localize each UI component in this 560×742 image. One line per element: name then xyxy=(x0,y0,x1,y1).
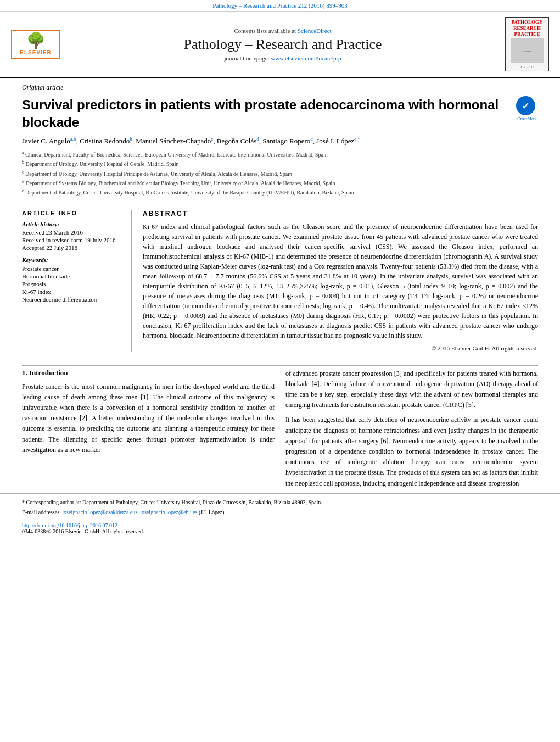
authors-line: Javier C. Anguloa,b, Cristina Redondob, … xyxy=(22,136,538,146)
sciencedirect-link[interactable]: ScienceDirect xyxy=(298,27,332,34)
crossmark-label: CrossMark xyxy=(516,116,538,121)
history-label: Article history: xyxy=(22,221,123,227)
affiliation-d: d Department of Systems Biology, Biochem… xyxy=(22,178,538,187)
doi-link[interactable]: http://dx.doi.org/10.1016/j.prp.2016.07.… xyxy=(22,522,117,528)
keywords-label: Keywords: xyxy=(22,256,123,263)
journal-title: Pathology – Research and Practice xyxy=(71,36,494,53)
elsevier-logo: 🌳 ELSEVIER xyxy=(11,30,60,59)
homepage-line: journal homepage: www.elsevier.com/locat… xyxy=(71,55,494,62)
email-line: E-mail addresses: joseignacio.lopez@osak… xyxy=(22,508,538,516)
article-history: Article history: Received 23 March 2016 … xyxy=(22,221,123,251)
issn-text: 0344-0338/© 2016 Elsevier GmbH. All righ… xyxy=(22,528,144,534)
keyword-3: Prognosis xyxy=(22,281,123,287)
journal-header-center: Contents lists available at ScienceDirec… xyxy=(71,27,494,62)
copyright-notice: © 2016 Elsevier GmbH. All rights reserve… xyxy=(143,345,538,352)
article-title-row: Survival predictors in patients with pro… xyxy=(22,96,538,130)
affiliations: a Clinical Department, Faculty of Biomed… xyxy=(22,150,538,197)
article-type: Original article xyxy=(22,83,538,92)
homepage-link[interactable]: www.elsevier.com/locate/prp xyxy=(271,55,341,62)
abstract-column: ABSTRACT Ki-67 index and clinical-pathol… xyxy=(143,210,538,352)
body-right-column: of advanced prostate cancer progression … xyxy=(285,369,538,493)
received-date: Received 23 March 2016 xyxy=(22,229,123,236)
homepage-text: journal homepage: xyxy=(224,55,271,62)
email-1[interactable]: joseignacio.lopez@osakidetza.eus xyxy=(62,509,137,515)
email-suffix: (J.I. López). xyxy=(199,509,226,515)
homepage-url: www.elsevier.com/locate/prp xyxy=(271,55,341,62)
doi-section: http://dx.doi.org/10.1016/j.prp.2016.07.… xyxy=(0,521,560,536)
intro-paragraph-right-2: It has been suggested that early detecti… xyxy=(285,415,538,488)
affiliation-c: c Department of Urology, University Hosp… xyxy=(22,169,538,178)
keyword-1: Prostate cancer xyxy=(22,265,123,272)
info-abstract-columns: ARTICLE INFO Article history: Received 2… xyxy=(22,204,538,352)
journal-citation-bar: Pathology – Research and Practice 212 (2… xyxy=(0,0,560,12)
sciencedirect-label: ScienceDirect xyxy=(298,27,332,34)
keyword-2: Hormonal blockade xyxy=(22,273,123,280)
tree-icon: 🌳 xyxy=(14,33,57,48)
doi-text: http://dx.doi.org/10.1016/j.prp.2016.07.… xyxy=(22,522,117,528)
abstract-text: Ki-67 index and clinical-pathological fa… xyxy=(143,222,538,341)
article-info-heading: ARTICLE INFO xyxy=(22,210,123,216)
body-content: 1. Introduction Prostate cancer is the m… xyxy=(0,369,560,493)
revised-date: Received in revised form 19 July 2016 xyxy=(22,237,123,243)
contents-text: Contents lists available at xyxy=(234,27,297,34)
footnote-section: * Corresponding author at: Department of… xyxy=(0,493,560,521)
article-info-column: ARTICLE INFO Article history: Received 2… xyxy=(22,210,132,352)
email-label: E-mail addresses: xyxy=(22,509,61,515)
article-title: Survival predictors in patients with pro… xyxy=(22,96,508,130)
affiliation-a: a Clinical Department, Faculty of Biomed… xyxy=(22,150,538,159)
keyword-4: Ki-67 index xyxy=(22,288,123,295)
journal-cover-image: cover xyxy=(511,38,544,63)
intro-paragraph-left: Prostate cancer is the most common malig… xyxy=(22,382,275,455)
citation-text: Pathology – Research and Practice 212 (2… xyxy=(212,2,347,9)
email-2[interactable]: joseignacio.lopez@ehu.es xyxy=(140,509,197,515)
affiliation-e: e Department of Pathology, Cruces Univer… xyxy=(22,188,538,197)
accepted-date: Accepted 22 July 2016 xyxy=(22,244,123,251)
body-left-column: 1. Introduction Prostate cancer is the m… xyxy=(22,369,275,493)
contents-line: Contents lists available at ScienceDirec… xyxy=(71,27,494,34)
crossmark-badge: ✓ CrossMark xyxy=(516,96,538,121)
abstract-heading: ABSTRACT xyxy=(143,210,538,217)
journal-logo-box: PATHOLOGYRESEARCHPRACTICE cover 212 2016 xyxy=(505,17,549,71)
keyword-5: Neuroendocrine differentiation xyxy=(22,296,123,303)
corresponding-author: * Corresponding author at: Department of… xyxy=(22,498,538,506)
keywords-section: Keywords: Prostate cancer Hormonal block… xyxy=(22,256,123,303)
journal-header: 🌳 ELSEVIER Contents lists available at S… xyxy=(0,12,560,78)
crossmark-icon: ✓ xyxy=(516,96,535,115)
intro-heading: 1. Introduction xyxy=(22,369,275,377)
affiliation-b: b Department of Urology, University Hosp… xyxy=(22,159,538,168)
intro-paragraph-right-1: of advanced prostate cancer progression … xyxy=(285,369,538,411)
section-divider xyxy=(22,365,538,366)
author-1: Javier C. Anguloa,b, Cristina Redondob, … xyxy=(22,137,360,145)
elsevier-label: ELSEVIER xyxy=(14,49,57,55)
